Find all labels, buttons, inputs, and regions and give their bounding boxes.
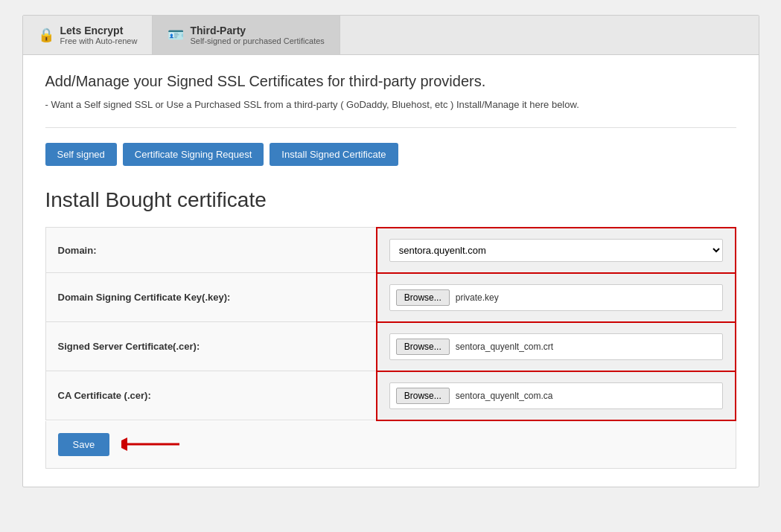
cert-browse-button[interactable]: Browse... (396, 339, 450, 355)
self-signed-button[interactable]: Self signed (45, 143, 117, 166)
main-container: 🔒 Lets Encrypt Free with Auto-renew 🪪 Th… (22, 15, 759, 487)
domain-select[interactable]: sentora.quyenlt.com (389, 239, 723, 262)
ca-filename: sentora_quyenlt_com.ca (456, 391, 553, 401)
cert-file-input: Browse... sentora_quyenlt_com.crt (389, 333, 723, 360)
description-title: Add/Manage your Signed SSL Certificates … (45, 73, 736, 90)
cert-filename: sentora_quyenlt_com.crt (456, 342, 553, 352)
table-row: CA Certificate (.cer): Browse... sentora… (45, 371, 736, 420)
install-signed-certificate-button[interactable]: Install Signed Certificate (270, 143, 398, 166)
description-text: - Want a Self signed SSL or Use a Purcha… (45, 97, 736, 112)
key-label: Domain Signing Certificate Key(.key): (45, 273, 377, 322)
key-filename: private.key (456, 292, 499, 303)
table-row: Signed Server Certificate(.cer): Browse.… (45, 322, 736, 371)
ca-label: CA Certificate (.cer): (45, 371, 377, 420)
section-title: Install Bought certificate (45, 188, 736, 212)
content-area: Add/Manage your Signed SSL Certificates … (23, 55, 759, 487)
key-browse-button[interactable]: Browse... (396, 289, 450, 306)
ssl-icon: 🪪 (168, 27, 184, 43)
tab-lets-encrypt-subtitle: Free with Auto-renew (60, 36, 138, 45)
ca-file-input: Browse... sentora_quyenlt_com.ca (389, 382, 723, 409)
save-row: Save (45, 421, 736, 469)
tab-bar: 🔒 Lets Encrypt Free with Auto-renew 🪪 Th… (23, 16, 759, 55)
arrow-icon (121, 433, 181, 455)
cert-label: Signed Server Certificate(.cer): (45, 322, 377, 371)
cert-input-cell: Browse... sentora_quyenlt_com.crt (377, 322, 736, 371)
tab-lets-encrypt-title: Lets Encrypt (60, 25, 138, 36)
csr-button[interactable]: Certificate Signing Request (123, 143, 264, 166)
key-input-cell: Browse... private.key (377, 273, 736, 322)
tab-third-party[interactable]: 🪪 Third-Party Self-signed or purchased C… (153, 16, 340, 54)
action-button-group: Self signed Certificate Signing Request … (45, 143, 736, 166)
table-row: Domain: sentora.quyenlt.com (45, 228, 736, 273)
ca-input-cell: Browse... sentora_quyenlt_com.ca (377, 371, 736, 420)
ca-browse-button[interactable]: Browse... (396, 388, 450, 404)
table-row: Domain Signing Certificate Key(.key): Br… (45, 273, 736, 322)
lock-icon: 🔒 (38, 27, 54, 43)
key-file-input: Browse... private.key (389, 284, 723, 311)
save-button[interactable]: Save (58, 433, 110, 456)
tab-third-party-subtitle: Self-signed or purchased Certificates (190, 36, 324, 45)
description-section: Add/Manage your Signed SSL Certificates … (45, 73, 736, 128)
tab-third-party-title: Third-Party (190, 25, 324, 36)
domain-label: Domain: (45, 228, 377, 273)
form-table: Domain: sentora.quyenlt.com Domain Signi… (45, 227, 736, 421)
domain-input-cell: sentora.quyenlt.com (377, 228, 736, 273)
tab-lets-encrypt[interactable]: 🔒 Lets Encrypt Free with Auto-renew (23, 16, 153, 54)
